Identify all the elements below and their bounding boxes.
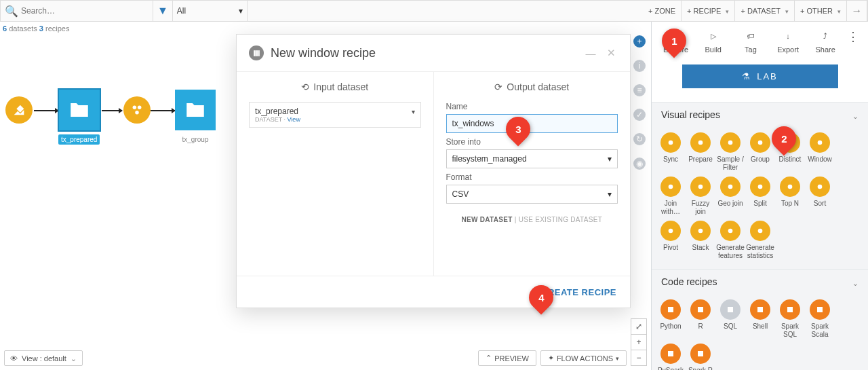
name-label: Name [446, 102, 618, 111]
modal-title: New window recipe [271, 46, 577, 60]
search-input[interactable] [21, 6, 149, 16]
code-recipe-spark-r[interactable]: Spark R [686, 344, 715, 370]
svg-point-17 [728, 229, 733, 234]
svg-point-5 [728, 141, 733, 145]
visual-recipe-fuzzy-join[interactable]: Fuzzy join [686, 177, 715, 215]
store-into-select[interactable]: filesystem_managed▾ [446, 149, 618, 168]
visual-recipe-top-n[interactable]: Top N [775, 177, 805, 215]
dataset-node-tx-group[interactable]: tx_group [175, 90, 216, 145]
zoom-in-button[interactable]: + [631, 334, 647, 350]
search-cell: 🔍 [1, 1, 153, 21]
build-action[interactable]: ▷Build [698, 29, 729, 54]
format-select[interactable]: CSV▾ [446, 185, 618, 204]
modal-header: New window recipe — ✕ [237, 35, 630, 72]
code-recipe-sql[interactable]: SQL [715, 299, 745, 338]
rail-add-button[interactable]: + [633, 35, 646, 48]
node-label: tx_prepared [58, 134, 100, 145]
code-recipe-shell[interactable]: Shell [745, 299, 775, 338]
input-dataset-select[interactable]: tx_prepared DATASET · View ▾ [249, 102, 421, 128]
visual-recipe-pivot[interactable]: Pivot [656, 221, 686, 259]
visual-recipes-header[interactable]: Visual recipes [652, 102, 868, 127]
minimize-button[interactable]: — [584, 48, 597, 59]
visual-recipes-grid: SyncPrepareSample / FilterGroupDistinctW… [652, 127, 868, 269]
code-recipes-header[interactable]: Code recipes [652, 269, 868, 294]
input-dataset-column: ⟲Input dataset tx_prepared DATASET · Vie… [237, 72, 433, 276]
preview-button[interactable]: ⌃PREVIEW [478, 350, 536, 366]
visual-recipe-geo-join[interactable]: Geo join [715, 177, 745, 215]
share-action[interactable]: ⤴Share [810, 29, 841, 54]
store-label: Store into [446, 137, 618, 147]
visual-recipe-join-with-[interactable]: Join with… [656, 177, 686, 215]
visual-recipe-sync[interactable]: Sync [656, 132, 686, 171]
node-label: tx_group [180, 134, 212, 145]
visual-recipe-prepare[interactable]: Prepare [686, 132, 715, 171]
top-toolbar: 🔍 ▼ All ▾ + ZONE + RECIPE + DATASET + OT… [0, 0, 868, 22]
svg-point-0 [133, 106, 137, 110]
view-selector[interactable]: 👁 View : default [4, 350, 83, 366]
export-action[interactable]: ↓Export [772, 29, 804, 54]
svg-point-11 [728, 185, 733, 189]
svg-point-3 [669, 141, 673, 145]
svg-rect-21 [728, 307, 733, 312]
flow-actions-button[interactable]: ✦FLOW ACTIONS▾ [540, 350, 627, 366]
svg-point-8 [818, 141, 823, 145]
visual-recipe-window[interactable]: Window [805, 132, 835, 171]
code-recipe-pyspark[interactable]: PySpark [656, 344, 686, 370]
view-link[interactable]: View [288, 116, 300, 123]
filter-icon[interactable]: ▼ [153, 1, 173, 21]
dataset-node-tx-prepared[interactable]: tx_prepared [58, 90, 100, 145]
chevron-down-icon: ▾ [412, 108, 415, 115]
right-panel: tx_prepared ⧉ ◯Explore ▷Build 🏷Tag ↓Expo… [651, 0, 868, 370]
zoom-out-button[interactable]: − [631, 350, 647, 366]
filter-all[interactable]: All ▾ [173, 1, 248, 21]
fullscreen-button[interactable]: ⤢ [631, 318, 647, 335]
visual-recipe-split[interactable]: Split [745, 177, 775, 215]
rail-list-button[interactable]: ≡ [633, 84, 646, 96]
add-zone-button[interactable]: + ZONE [643, 1, 682, 21]
filter-all-label: All [177, 6, 186, 16]
zoom-controls: ⤢ + − [631, 319, 647, 366]
recipe-node[interactable] [123, 96, 151, 124]
panel-toggle[interactable]: → [847, 1, 867, 21]
window-recipe-icon [249, 45, 264, 60]
add-dataset-button[interactable]: + DATASET [735, 1, 795, 21]
add-other-button[interactable]: + OTHER [795, 1, 847, 21]
code-recipe-spark-scala[interactable]: Spark Scala [805, 299, 835, 338]
svg-point-16 [698, 229, 703, 234]
visual-recipe-stack[interactable]: Stack [686, 221, 715, 259]
visual-recipe-sort[interactable]: Sort [805, 177, 835, 215]
output-dataset-column: ⟳Output dataset Name Store into filesyst… [433, 72, 631, 276]
tag-action[interactable]: 🏷Tag [735, 29, 766, 54]
code-recipe-r[interactable]: R [686, 299, 715, 338]
svg-point-14 [818, 185, 823, 189]
lab-button[interactable]: ⚗LAB [682, 64, 838, 88]
svg-point-9 [669, 185, 673, 189]
code-recipes-grid: PythonRSQLShellSpark SQLSpark ScalaPySpa… [652, 294, 868, 370]
svg-point-6 [758, 141, 763, 145]
code-recipe-python[interactable]: Python [656, 299, 686, 338]
svg-rect-23 [787, 307, 793, 312]
input-icon: ⟲ [301, 81, 309, 92]
more-actions[interactable]: ⋮ [847, 29, 859, 44]
format-label: Format [446, 172, 618, 182]
rail-history-button[interactable]: ↻ [633, 133, 646, 145]
add-recipe-button[interactable]: + RECIPE [682, 1, 735, 21]
visual-recipe-sample-filter[interactable]: Sample / Filter [715, 132, 745, 171]
chevron-down-icon: ▾ [239, 6, 243, 16]
close-button[interactable]: ✕ [604, 47, 618, 59]
visual-recipe-generate-statistics[interactable]: Generate statistics [745, 221, 775, 259]
recipe-node[interactable] [5, 96, 33, 124]
visual-recipe-generate-features[interactable]: Generate features [715, 221, 745, 259]
svg-rect-24 [817, 307, 823, 312]
svg-point-13 [788, 185, 793, 189]
rail-info-button[interactable]: i [633, 60, 646, 72]
output-name-input[interactable] [446, 114, 618, 133]
code-recipe-spark-sql[interactable]: Spark SQL [775, 299, 805, 338]
rail-camera-button[interactable]: ◉ [633, 158, 646, 170]
rail-check-button[interactable]: ✓ [633, 109, 646, 121]
svg-rect-26 [698, 351, 703, 356]
lab-icon: ⚗ [742, 71, 751, 81]
dataset-mode-toggle[interactable]: NEW DATASET | USE EXISTING DATASET [446, 216, 618, 223]
visual-recipe-group[interactable]: Group [745, 132, 775, 171]
svg-rect-25 [668, 351, 673, 356]
